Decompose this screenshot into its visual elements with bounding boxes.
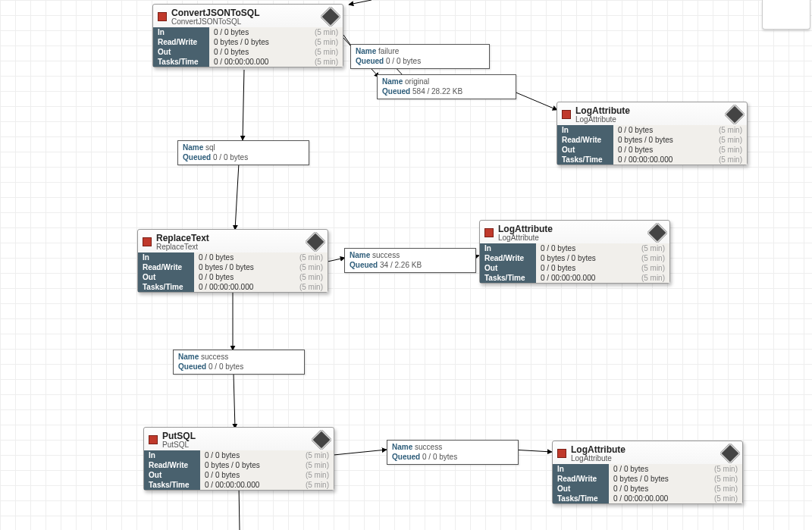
stat-label-tt: Tasks/Time [153, 57, 209, 67]
processor-convertjsontosql[interactable]: ConvertJSONToSQL ConvertJSONToSQL In0 / … [152, 4, 343, 67]
processor-icon [724, 104, 745, 125]
conn-queued-label: Queued [382, 87, 410, 96]
conn-name: original [405, 77, 429, 86]
processor-icon [720, 443, 741, 464]
processor-title: ConvertJSONToSQL [171, 8, 323, 18]
stopped-icon [484, 228, 494, 237]
conn-queued: 584 / 28.22 KB [412, 87, 462, 96]
stopped-icon [143, 237, 152, 246]
processor-type: ConvertJSONToSQL [171, 17, 323, 26]
conn-queued-label: Queued [356, 57, 384, 65]
processor-type: PutSQL [162, 441, 314, 449]
side-panel-fragment [762, 0, 810, 30]
stat-time: (5 min) [297, 57, 343, 67]
processor-logattribute-1[interactable]: LogAttribute LogAttribute In0 / 0 bytes(… [556, 102, 748, 165]
stat-value: 0 / 0 bytes [209, 47, 297, 57]
flow-canvas[interactable]: ConvertJSONToSQL ConvertJSONToSQL In0 / … [0, 0, 812, 530]
processor-icon [320, 6, 341, 27]
processor-title: ReplaceText [156, 233, 308, 243]
stopped-icon [149, 435, 158, 444]
processor-title: LogAttribute [571, 444, 723, 455]
stat-label-rw: Read/Write [153, 37, 209, 47]
stat-value: 0 / 00:00:00.000 [209, 57, 297, 67]
processor-type: LogAttribute [498, 234, 650, 242]
stat-time: (5 min) [297, 47, 343, 57]
conn-name-label: Name [382, 77, 403, 86]
connection-original[interactable]: Name original Queued 584 / 28.22 KB [377, 74, 516, 99]
stat-label-out: Out [153, 47, 209, 57]
connection-success-3[interactable]: Name success Queued 0 / 0 bytes [387, 440, 519, 465]
processor-type: ReplaceText [156, 243, 308, 251]
processor-type: LogAttribute [575, 115, 727, 124]
processor-replacetext[interactable]: ReplaceText ReplaceText In0 / 0 bytes(5 … [137, 229, 328, 293]
connection-success-1[interactable]: Name success Queued 34 / 2.26 KB [344, 248, 476, 273]
processor-type: LogAttribute [571, 454, 723, 463]
connection-success-2[interactable]: Name success Queued 0 / 0 bytes [173, 350, 305, 375]
stat-time: (5 min) [297, 37, 343, 47]
stat-value: 0 / 0 bytes [209, 27, 297, 37]
processor-icon [647, 222, 668, 243]
conn-queued: 0 / 0 bytes [386, 57, 421, 65]
conn-name-label: Name [356, 47, 376, 55]
processor-icon [311, 429, 332, 450]
stat-label-in: In [153, 27, 209, 37]
connection-failure[interactable]: Name failure Queued 0 / 0 bytes [350, 44, 490, 69]
stat-value: 0 bytes / 0 bytes [209, 37, 297, 47]
processor-logattribute-2[interactable]: LogAttribute LogAttribute In0 / 0 bytes(… [479, 220, 670, 284]
stat-time: (5 min) [297, 27, 343, 37]
processor-putsql[interactable]: PutSQL PutSQL In0 / 0 bytes(5 min) Read/… [143, 427, 334, 491]
processor-logattribute-3[interactable]: LogAttribute LogAttribute In0 / 0 bytes(… [552, 441, 743, 504]
conn-name: failure [378, 47, 399, 55]
stopped-icon [557, 449, 566, 458]
processor-title: LogAttribute [575, 105, 727, 116]
stopped-icon [158, 12, 167, 21]
processor-title: LogAttribute [498, 224, 650, 234]
processor-icon [305, 231, 326, 252]
connection-sql[interactable]: Name sql Queued 0 / 0 bytes [177, 140, 309, 165]
stopped-icon [562, 110, 571, 119]
processor-title: PutSQL [162, 431, 314, 441]
